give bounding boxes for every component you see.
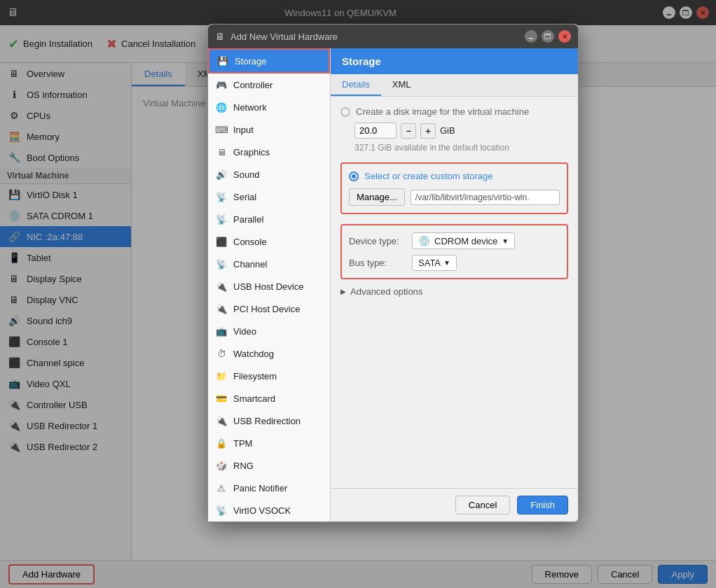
detail-header: Storage (331, 48, 578, 74)
hw-item-console[interactable]: ⬛ Console (208, 230, 330, 253)
custom-storage-radio[interactable] (349, 172, 359, 181)
bus-type-value: SATA (418, 258, 441, 268)
detail-tabs: Details XML (331, 74, 578, 97)
custom-storage-box: Select or create custom storage Manage..… (340, 162, 568, 214)
advanced-options[interactable]: ▶ Advanced options (340, 286, 568, 297)
modal-overlay: 🖥 Add New Virtual Hardware 🗕 🗖 ✕ 💾 Stora… (0, 0, 716, 588)
filesystem-hw-icon: 📁 (215, 370, 228, 382)
hw-item-virtio-vsock[interactable]: 📡 VirtIO VSOCK (208, 499, 330, 522)
create-disk-radio[interactable] (340, 107, 350, 117)
custom-storage-row: Manage... /var/lib/libvirt/images/virtio… (349, 188, 560, 206)
hw-label-usb-redir: USB Redirection (233, 416, 301, 426)
modal-maximize-button[interactable]: 🗖 (542, 30, 554, 43)
bus-type-row: Bus type: SATA ▼ (349, 255, 560, 271)
hw-label-rng: RNG (233, 461, 254, 471)
hw-label-virtio-vsock: VirtIO VSOCK (233, 505, 291, 516)
hw-label-pci-host: PCI Host Device (233, 304, 300, 314)
watchdog-hw-icon: ⏱ (215, 347, 228, 360)
detail-tab-details[interactable]: Details (331, 74, 381, 96)
advanced-chevron-icon: ▶ (340, 288, 346, 295)
hw-label-watchdog: Watchdog (233, 349, 274, 359)
hw-label-filesystem: Filesystem (233, 371, 277, 382)
hw-label-sound: Sound (233, 169, 260, 180)
create-disk-option[interactable]: Create a disk image for the virtual mach… (340, 106, 568, 117)
panic-notifier-hw-icon: ⚠ (215, 482, 228, 494)
hw-item-filesystem[interactable]: 📁 Filesystem (208, 365, 330, 387)
hw-label-serial: Serial (233, 192, 256, 202)
channel-hw-icon: 📡 (215, 258, 228, 270)
disk-size-plus[interactable]: + (420, 123, 436, 139)
advanced-options-label: Advanced options (350, 286, 422, 297)
network-hw-icon: 🌐 (215, 101, 228, 113)
serial-hw-icon: 📡 (215, 190, 228, 203)
hw-label-video: Video (233, 326, 256, 337)
device-type-select[interactable]: 💿 CDROM device ▼ (412, 232, 515, 249)
pci-host-hw-icon: 🔌 (215, 302, 228, 315)
hw-label-input: Input (233, 125, 254, 135)
hw-label-storage: Storage (235, 56, 267, 66)
parallel-hw-icon: 📡 (215, 213, 228, 225)
hw-label-controller: Controller (233, 80, 273, 90)
custom-storage-label: Select or create custom storage (364, 171, 493, 181)
hw-item-controller[interactable]: 🎮 Controller (208, 74, 330, 96)
rng-hw-icon: 🎲 (215, 459, 228, 472)
storage-path: /var/lib/libvirt/images/virtio-win. (411, 190, 560, 205)
sound-hw-icon: 🔊 (215, 168, 228, 181)
disk-size-row: − + GiB (354, 122, 568, 139)
manage-button[interactable]: Manage... (349, 188, 405, 206)
disk-size-unit: GiB (440, 125, 455, 136)
create-disk-label: Create a disk image for the virtual mach… (356, 106, 529, 117)
detail-tab-xml[interactable]: XML (381, 74, 422, 96)
disk-size-minus[interactable]: − (401, 123, 416, 139)
virtio-vsock-hw-icon: 📡 (215, 504, 228, 517)
hw-item-network[interactable]: 🌐 Network (208, 96, 330, 118)
modal-finish-button[interactable]: Finish (517, 496, 568, 514)
graphics-hw-icon: 🖥 (215, 146, 228, 158)
modal-titlebar: 🖥 Add New Virtual Hardware 🗕 🗖 ✕ (208, 24, 578, 48)
modal-titlebar-controls[interactable]: 🗕 🗖 ✕ (525, 30, 571, 43)
hw-item-parallel[interactable]: 📡 Parallel (208, 208, 330, 230)
hardware-list: 💾 Storage 🎮 Controller 🌐 Network ⌨ Input… (208, 48, 331, 522)
bus-type-chevron: ▼ (443, 259, 450, 267)
hw-item-pci-host[interactable]: 🔌 PCI Host Device (208, 298, 330, 320)
hw-item-tpm[interactable]: 🔒 TPM (208, 432, 330, 454)
modal-minimize-button[interactable]: 🗕 (525, 30, 537, 43)
hw-item-serial[interactable]: 📡 Serial (208, 186, 330, 208)
hw-item-graphics[interactable]: 🖥 Graphics (208, 141, 330, 163)
hw-item-usb-host[interactable]: 🔌 USB Host Device (208, 275, 330, 298)
controller-hw-icon: 🎮 (215, 78, 228, 91)
video-hw-icon: 📺 (215, 325, 228, 337)
device-type-value: CDROM device (434, 236, 497, 246)
bus-type-label: Bus type: (349, 258, 405, 268)
modal-close-button[interactable]: ✕ (558, 30, 571, 43)
hw-item-input[interactable]: ⌨ Input (208, 118, 330, 141)
disk-size-input[interactable] (354, 122, 397, 139)
hw-item-channel[interactable]: 📡 Channel (208, 253, 330, 275)
hw-item-storage[interactable]: 💾 Storage (208, 48, 330, 74)
hw-item-usb-redir[interactable]: 🔌 USB Redirection (208, 410, 330, 432)
hw-item-watchdog[interactable]: ⏱ Watchdog (208, 342, 330, 365)
custom-storage-radio-row[interactable]: Select or create custom storage (349, 171, 560, 181)
usb-redir-hw-icon: 🔌 (215, 414, 228, 427)
available-space: 327.1 GiB available in the default locat… (354, 143, 568, 153)
console-hw-icon: ⬛ (215, 235, 228, 248)
device-type-row: Device type: 💿 CDROM device ▼ (349, 232, 560, 249)
hw-item-sound[interactable]: 🔊 Sound (208, 163, 330, 186)
bus-type-select[interactable]: SATA ▼ (412, 255, 457, 271)
hw-item-panic-notifier[interactable]: ⚠ Panic Notifier (208, 477, 330, 499)
hw-label-console: Console (233, 237, 267, 247)
storage-hw-icon: 💾 (216, 55, 229, 67)
hw-label-parallel: Parallel (233, 214, 263, 225)
cdrom-icon: 💿 (418, 235, 430, 246)
hw-item-video[interactable]: 📺 Video (208, 320, 330, 342)
modal-title: Add New Virtual Hardware (230, 31, 338, 42)
hw-label-graphics: Graphics (233, 147, 270, 158)
modal-footer: Cancel Finish (331, 488, 578, 522)
hw-item-rng[interactable]: 🎲 RNG (208, 454, 330, 477)
usb-host-hw-icon: 🔌 (215, 280, 228, 293)
modal-app-icon: 🖥 (215, 31, 225, 42)
hw-item-smartcard[interactable]: 💳 Smartcard (208, 387, 330, 410)
modal-cancel-button[interactable]: Cancel (455, 496, 510, 514)
hw-label-smartcard: Smartcard (233, 393, 275, 404)
detail-body: Create a disk image for the virtual mach… (331, 97, 578, 488)
